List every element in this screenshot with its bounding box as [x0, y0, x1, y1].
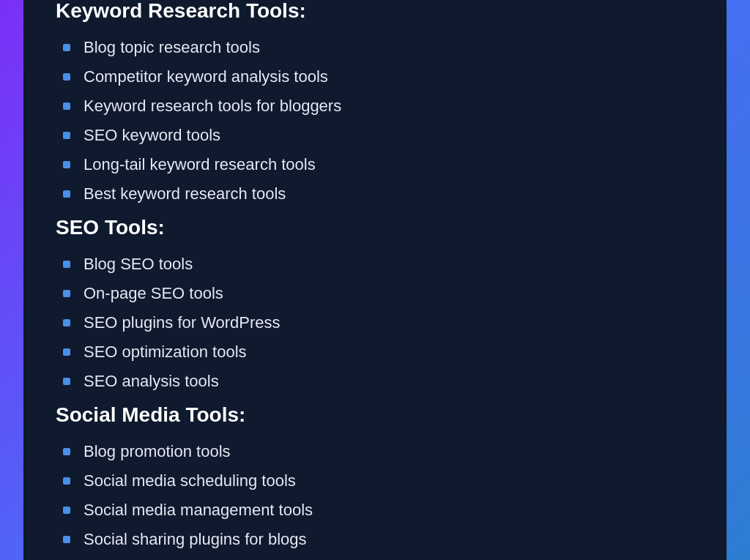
- section-keyword-research-tools: Keyword Research Tools:Blog topic resear…: [56, 0, 694, 209]
- section-social-media-tools: Social Media Tools:Blog promotion toolsS…: [56, 403, 694, 554]
- list-item-label: Blog SEO tools: [83, 255, 193, 274]
- list-item: SEO plugins for WordPress: [56, 308, 694, 337]
- list-item-label: SEO keyword tools: [83, 126, 220, 145]
- list-item: Blog promotion tools: [56, 437, 694, 466]
- list-item-label: SEO analysis tools: [83, 372, 219, 391]
- bullet-icon: [63, 536, 70, 543]
- main-card: Keyword Research Tools:Blog topic resear…: [23, 0, 727, 560]
- section-seo-tools: SEO Tools:Blog SEO toolsOn-page SEO tool…: [56, 216, 694, 396]
- list-item: SEO analysis tools: [56, 367, 694, 396]
- list-item-label: Blog promotion tools: [83, 442, 231, 461]
- list-item-label: SEO optimization tools: [83, 343, 247, 362]
- list-item: Social media scheduling tools: [56, 466, 694, 496]
- bullet-icon: [63, 161, 70, 168]
- bullet-icon: [63, 132, 70, 139]
- list-item: Blog topic research tools: [56, 33, 694, 62]
- bullet-icon: [63, 290, 70, 297]
- bullet-icon: [63, 102, 70, 110]
- list-seo-tools: Blog SEO toolsOn-page SEO toolsSEO plugi…: [56, 250, 694, 396]
- list-item-label: Blog topic research tools: [83, 38, 260, 57]
- list-item-label: Social media scheduling tools: [83, 471, 296, 490]
- bullet-icon: [63, 477, 70, 485]
- bullet-icon: [63, 448, 70, 455]
- list-item-label: SEO plugins for WordPress: [83, 313, 281, 332]
- list-item-label: Social sharing plugins for blogs: [83, 530, 307, 549]
- bullet-icon: [63, 378, 70, 385]
- list-item: Social sharing plugins for blogs: [56, 525, 694, 554]
- list-item: Blog SEO tools: [56, 250, 694, 279]
- list-item: On-page SEO tools: [56, 279, 694, 308]
- bullet-icon: [63, 190, 70, 198]
- bullet-icon: [63, 73, 70, 81]
- list-item-label: On-page SEO tools: [83, 284, 223, 303]
- section-title-keyword-research-tools: Keyword Research Tools:: [56, 0, 694, 23]
- list-social-media-tools: Blog promotion toolsSocial media schedul…: [56, 437, 694, 554]
- list-item: Long-tail keyword research tools: [56, 150, 694, 179]
- list-item-label: Keyword research tools for bloggers: [83, 97, 341, 116]
- list-item: Social media management tools: [56, 496, 694, 525]
- section-title-seo-tools: SEO Tools:: [56, 216, 694, 239]
- list-item: Best keyword research tools: [56, 179, 694, 209]
- list-item-label: Competitor keyword analysis tools: [83, 67, 328, 86]
- bullet-icon: [63, 261, 70, 268]
- bullet-icon: [63, 319, 70, 326]
- list-item: SEO optimization tools: [56, 337, 694, 367]
- bullet-icon: [63, 507, 70, 514]
- list-item-label: Best keyword research tools: [83, 184, 286, 204]
- list-item-label: Social media management tools: [83, 501, 313, 520]
- section-title-social-media-tools: Social Media Tools:: [56, 403, 694, 427]
- list-item: Competitor keyword analysis tools: [56, 62, 694, 92]
- list-item: Keyword research tools for bloggers: [56, 92, 694, 121]
- bullet-icon: [63, 348, 70, 356]
- bullet-icon: [63, 44, 70, 51]
- list-keyword-research-tools: Blog topic research toolsCompetitor keyw…: [56, 33, 694, 209]
- list-item: SEO keyword tools: [56, 121, 694, 150]
- list-item-label: Long-tail keyword research tools: [83, 155, 316, 174]
